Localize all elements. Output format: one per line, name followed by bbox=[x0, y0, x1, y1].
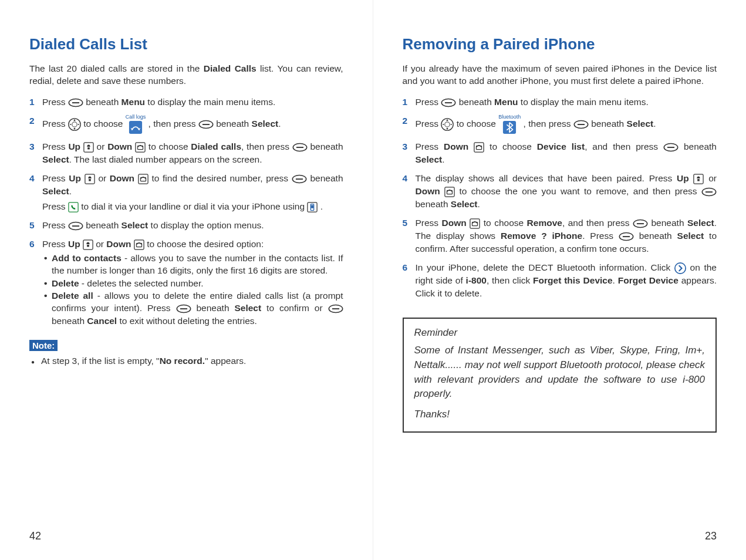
step-6: In your iPhone, delete the DECT Bluetoot… bbox=[403, 261, 717, 300]
nav-icon bbox=[441, 118, 454, 131]
steps-list: Press beneath Menu to display the main m… bbox=[29, 96, 343, 327]
intro-text: The last 20 dialed calls are stored in t… bbox=[29, 63, 343, 87]
step-3: Press Down to choose Device list, and th… bbox=[403, 140, 717, 166]
chevron-icon bbox=[674, 262, 686, 274]
softkey-icon bbox=[292, 143, 308, 152]
step-2: Press to choose Bluetooth , then press b… bbox=[403, 114, 717, 134]
option-delete: Delete - deletes the selected number. bbox=[42, 277, 343, 289]
note-label: Note: bbox=[29, 340, 58, 351]
heading-dialed-calls: Dialed Calls List bbox=[29, 35, 343, 53]
reminder-body: Some of Instant Messenger, such as Viber… bbox=[414, 343, 706, 402]
softkey-icon bbox=[176, 304, 191, 313]
step-5: Press Down to choose Remove, and then pr… bbox=[403, 217, 717, 255]
softkey-icon bbox=[68, 98, 83, 107]
down-key-icon bbox=[470, 218, 480, 229]
down-key-icon bbox=[444, 187, 455, 197]
step-3: Press Up or Down to choose Dialed calls,… bbox=[29, 140, 343, 166]
softkey-icon bbox=[292, 174, 307, 184]
down-key-icon bbox=[474, 142, 484, 153]
softkey-icon bbox=[619, 232, 634, 241]
heading-removing-iphone: Removing a Paired iPhone bbox=[403, 35, 717, 53]
softkey-icon bbox=[573, 120, 589, 129]
softkey-icon bbox=[701, 187, 717, 197]
up-key-icon bbox=[83, 239, 93, 250]
down-key-icon bbox=[138, 174, 148, 184]
softkey-icon bbox=[328, 304, 343, 313]
step-4: The display shows all devices that have … bbox=[403, 172, 717, 211]
step-5: Press beneath Select to display the opti… bbox=[29, 219, 343, 232]
step-1: Press beneath Menu to display the main m… bbox=[29, 96, 343, 109]
page-right: Removing a Paired iPhone If you already … bbox=[373, 0, 747, 560]
step-6: Press Up or Down to choose the desired o… bbox=[29, 238, 343, 327]
softkey-icon bbox=[663, 143, 679, 152]
up-key-icon bbox=[83, 142, 94, 153]
steps-list: Press beneath Menu to display the main m… bbox=[403, 96, 717, 300]
softkey-icon bbox=[633, 219, 648, 228]
up-key-icon bbox=[85, 174, 95, 184]
note-text: At step 3, if the list is empty, "No rec… bbox=[29, 356, 343, 366]
reminder-thanks: Thanks! bbox=[414, 407, 706, 422]
cell-key-icon bbox=[307, 202, 318, 212]
bluetooth-icon: Bluetooth bbox=[498, 114, 521, 134]
up-key-icon bbox=[693, 174, 704, 184]
page-number: 42 bbox=[29, 530, 41, 542]
option-add-contacts: Add to contacts - allows you to save the… bbox=[42, 252, 343, 277]
step-1: Press beneath Menu to display the main m… bbox=[403, 96, 717, 109]
nav-icon bbox=[68, 118, 81, 131]
reminder-heading: Reminder bbox=[414, 326, 706, 340]
softkey-icon bbox=[198, 120, 214, 129]
reminder-box: Reminder Some of Instant Messenger, such… bbox=[403, 318, 717, 433]
talk-key-icon bbox=[68, 202, 79, 212]
down-key-icon bbox=[135, 142, 146, 153]
option-delete-all: Delete all - allows you to delete the en… bbox=[42, 289, 343, 327]
step-4: Press Up or Down to find the desired num… bbox=[29, 172, 343, 213]
intro-text: If you already have the maximum of seven… bbox=[403, 63, 717, 87]
down-key-icon bbox=[134, 239, 144, 250]
page-left: Dialed Calls List The last 20 dialed cal… bbox=[0, 0, 373, 560]
softkey-icon bbox=[68, 221, 83, 231]
softkey-icon bbox=[441, 98, 456, 107]
step-2: Press to choose Call logs , then press b… bbox=[29, 114, 343, 134]
page-number: 23 bbox=[705, 530, 717, 542]
call-logs-icon: Call logs bbox=[126, 114, 146, 134]
